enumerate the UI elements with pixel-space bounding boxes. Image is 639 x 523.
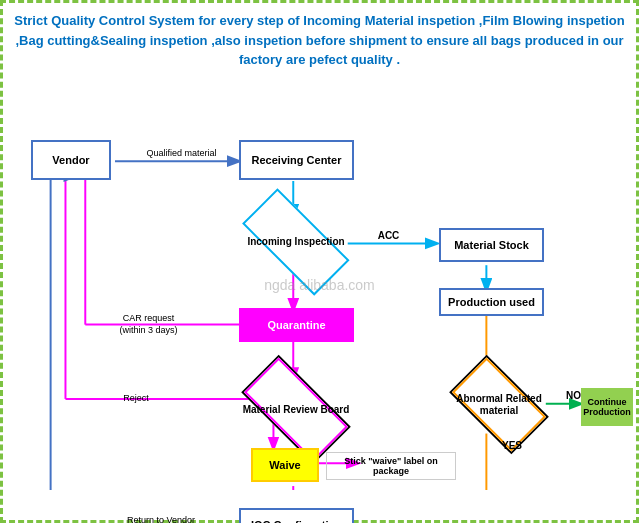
diagram: Vendor Receiving Center Incoming Inspect… [11, 80, 628, 490]
main-container: Strict Quality Control System for every … [0, 0, 639, 523]
incoming-inspection-diamond: Incoming Inspection [226, 210, 366, 275]
label-acc: ACC [371, 228, 406, 244]
label-yes: YES [497, 438, 527, 454]
vendor-box: Vendor [31, 140, 111, 180]
quarantine-box: Quarantine [239, 308, 354, 342]
waive-box: Waive [251, 448, 319, 482]
label-no: NO [561, 388, 586, 404]
iqc-confirmation-box: IQC Confirmation [239, 508, 354, 524]
receiving-center-box: Receiving Center [239, 140, 354, 180]
production-used-box: Production used [439, 288, 544, 316]
header-text: Strict Quality Control System for every … [11, 11, 628, 70]
material-stock-box: Material Stock [439, 228, 544, 262]
waive-label-text: Stick "waive" label on package [326, 452, 456, 480]
label-qualified-material: Qualified material [129, 145, 234, 161]
continue-production-box: Continue Production [581, 388, 633, 426]
label-return-vendor: Return to Vendor [111, 512, 211, 524]
label-reject: Reject [111, 390, 161, 406]
label-car-request: CAR request (within 3 days) [96, 310, 201, 340]
abnormal-related-diamond: Abnormal Related material [439, 370, 559, 440]
material-review-board-diamond: Material Review Board [226, 375, 366, 445]
